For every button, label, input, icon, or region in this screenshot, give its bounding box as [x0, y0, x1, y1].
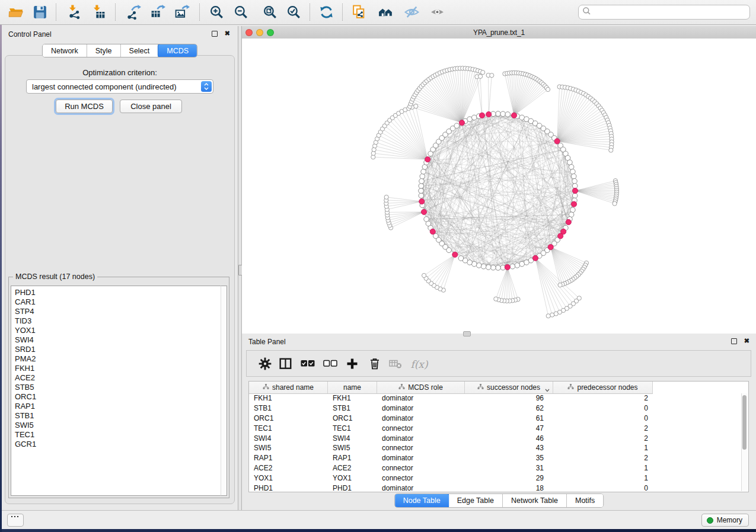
list-item[interactable]: STB5	[11, 383, 221, 392]
table-row[interactable]: ACE2ACE2connector311	[249, 463, 742, 473]
delete-table-button[interactable]	[388, 357, 403, 372]
open-session-button[interactable]	[7, 3, 26, 21]
export-table-button[interactable]	[149, 3, 168, 21]
close-panel-icon[interactable]: ✖	[744, 336, 749, 345]
zoom-in-icon	[209, 4, 225, 20]
network-canvas[interactable]	[242, 39, 756, 334]
export-network-button[interactable]	[125, 3, 143, 21]
network-graph[interactable]	[242, 39, 756, 334]
duplicate-network-button[interactable]	[350, 3, 369, 21]
list-item[interactable]: PMA2	[11, 354, 221, 364]
cell-name: TEC1	[328, 424, 377, 432]
delete-column-button[interactable]	[367, 357, 382, 372]
list-item[interactable]: SWI4	[11, 335, 221, 345]
list-item[interactable]: FKH1	[11, 364, 221, 373]
export-image-button[interactable]	[173, 3, 192, 21]
panel-menu-button[interactable]	[7, 514, 24, 527]
list-item[interactable]: ORC1	[11, 392, 221, 402]
hierarchy-icon	[567, 383, 574, 392]
table-row[interactable]: RAP1RAP1dominator352	[249, 453, 742, 463]
column-label: MCDS role	[408, 383, 443, 392]
function-builder-button[interactable]: f(x)	[409, 357, 429, 372]
table-row[interactable]: SWI4SWI4dominator462	[249, 433, 742, 443]
optimization-select[interactable]: largest connected component (undirected)	[26, 79, 213, 94]
scrollbar-thumb[interactable]	[742, 395, 747, 450]
cell-successor-nodes: 29	[465, 474, 553, 482]
mcds-result-list[interactable]: PHD1CAR1STP4TID3YOX1SWI4SRD1PMA2FKH1ACE2…	[11, 286, 222, 496]
show-all-button[interactable]	[428, 3, 447, 21]
panel-splitter[interactable]	[238, 26, 242, 510]
tab-edge-table[interactable]: Edge Table	[449, 494, 503, 507]
cell-shared-name: TEC1	[249, 424, 328, 432]
tab-network[interactable]: Network	[43, 44, 87, 57]
list-item[interactable]: YOX1	[11, 326, 221, 335]
optimization-value: largest connected component (undirected)	[32, 82, 177, 91]
tab-style[interactable]: Style	[87, 44, 121, 57]
result-list-scrollbar[interactable]	[221, 286, 227, 496]
zoom-fit-button[interactable]	[261, 3, 280, 21]
import-table-button[interactable]	[90, 3, 109, 21]
table-row[interactable]: FKH1FKH1dominator962	[249, 393, 742, 403]
tab-node-table[interactable]: Node Table	[394, 493, 449, 508]
zoom-selected-button[interactable]	[285, 3, 304, 21]
column-header-successor-nodes[interactable]: successor nodes	[465, 382, 553, 393]
column-header-shared-name[interactable]: shared name	[249, 382, 328, 393]
deselect-all-button[interactable]	[323, 357, 338, 372]
float-panel-icon[interactable]	[212, 31, 218, 37]
control-panel-title: Control Panel	[8, 30, 52, 39]
chevron-down-icon[interactable]	[545, 386, 550, 394]
list-item[interactable]: ACE2	[11, 373, 221, 383]
list-item[interactable]: SRD1	[11, 345, 221, 354]
cell-successor-nodes: 31	[465, 464, 553, 472]
column-header-name[interactable]: name	[328, 382, 377, 393]
zoom-in-button[interactable]	[208, 3, 227, 21]
list-item[interactable]: PHD1	[11, 288, 221, 297]
table-row[interactable]: STB1STB1dominator620	[249, 403, 742, 414]
float-panel-icon[interactable]	[731, 338, 737, 344]
add-column-button[interactable]	[344, 357, 360, 372]
list-item[interactable]: STP4	[11, 307, 221, 316]
list-item[interactable]: GCR1	[11, 440, 221, 449]
close-panel-button[interactable]: Close panel	[120, 100, 182, 113]
table-row[interactable]: ORC1ORC1dominator610	[249, 414, 742, 424]
gear-icon	[259, 363, 272, 372]
table-settings-button[interactable]	[257, 357, 273, 372]
table-row[interactable]: PHD1PHD1dominator180	[249, 483, 742, 492]
import-network-button[interactable]	[65, 3, 84, 21]
tab-motifs[interactable]: Motifs	[567, 494, 603, 507]
tab-network-table[interactable]: Network Table	[503, 494, 567, 507]
list-item[interactable]: TID3	[11, 316, 221, 326]
memory-button[interactable]: Memory	[701, 514, 749, 527]
show-columns-button[interactable]	[278, 357, 294, 372]
table-panel-title: Table Panel	[248, 338, 286, 346]
table-scrollbar[interactable]	[741, 393, 748, 491]
table-row[interactable]: SWI5SWI5connector431	[249, 443, 742, 453]
list-item[interactable]: SWI5	[11, 421, 221, 430]
table-row[interactable]: YOX1YOX1connector291	[249, 473, 742, 483]
list-item[interactable]: CAR1	[11, 297, 221, 307]
zoom-out-button[interactable]	[232, 3, 251, 21]
toolbar-separator	[115, 4, 116, 21]
apply-layout-button[interactable]	[317, 3, 336, 21]
select-all-button[interactable]	[300, 357, 315, 372]
cell-name: FKH1	[328, 394, 377, 402]
list-item[interactable]: RAP1	[11, 402, 221, 411]
hide-selected-button[interactable]	[403, 3, 422, 21]
hierarchy-icon	[477, 383, 484, 392]
run-mcds-button[interactable]: Run MCDS	[56, 100, 113, 113]
save-session-button[interactable]	[31, 3, 50, 21]
table-row[interactable]: TEC1TEC1connector472	[249, 423, 742, 433]
refresh-icon	[318, 4, 335, 20]
tab-select[interactable]: Select	[121, 44, 159, 57]
close-panel-icon[interactable]: ✖	[225, 29, 230, 37]
list-item[interactable]: STB1	[11, 411, 221, 421]
search-input[interactable]	[594, 8, 746, 17]
cell-MCDS-role: connector	[377, 444, 465, 452]
list-item[interactable]: TEC1	[11, 430, 221, 440]
column-header-predecessor-nodes[interactable]: predecessor nodes	[553, 382, 653, 393]
column-header-MCDS-role[interactable]: MCDS role	[377, 382, 465, 393]
tab-mcds[interactable]: MCDS	[158, 44, 197, 57]
cell-successor-nodes: 62	[465, 404, 553, 412]
first-neighbors-button[interactable]	[377, 3, 395, 21]
export-image-icon	[174, 4, 191, 20]
